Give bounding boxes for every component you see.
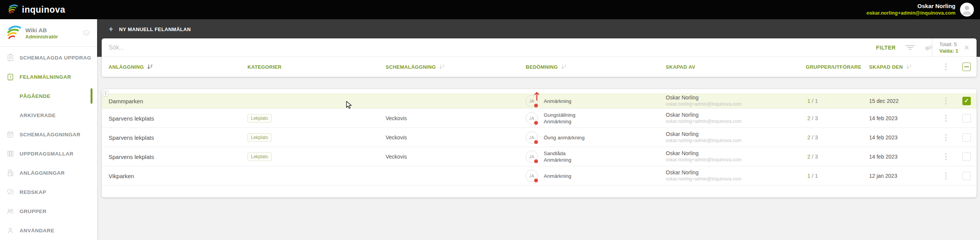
table-row[interactable]: Sparvens lekplatsLekplatsVeckovis JA Gun… <box>102 109 977 128</box>
close-icon[interactable]: ✕ <box>964 43 969 51</box>
row-checkbox[interactable] <box>962 152 971 161</box>
person-icon <box>960 3 974 17</box>
cell-anlaggning: Sparvens lekplats <box>109 115 154 121</box>
row-menu-button[interactable] <box>945 98 947 104</box>
sidebar-item-schemalaggningar[interactable]: SCHEMALÄGGNINGAR <box>0 125 97 144</box>
alert-dot <box>534 159 538 163</box>
column-header-skapad-av[interactable]: SKAPAD AV <box>666 64 695 70</box>
clipboard-list-icon <box>6 53 15 62</box>
cell-bedomning: SandlådaAnmärkning <box>544 150 571 163</box>
category-chip: Lekplats <box>247 114 272 122</box>
active-page-indicator <box>91 88 92 104</box>
table-row[interactable]: Sparvens lekplatsLekplatsVeckovis JA Övr… <box>102 128 977 147</box>
selected-count: 1 <box>955 48 958 54</box>
row-checkbox[interactable] <box>962 133 971 142</box>
row-checkbox[interactable] <box>962 97 971 105</box>
category-chip: Lekplats <box>247 133 272 142</box>
alert-dot <box>534 121 538 125</box>
row-checkbox[interactable] <box>962 114 971 122</box>
user-name: Oskar Norling <box>866 3 955 10</box>
table-row[interactable]: Sparvens lekplatsLekplatsVeckovis JA San… <box>102 147 977 166</box>
sidebar-item-felanmalningar[interactable]: FELANMÄLNINGAR <box>0 67 97 86</box>
total-count: 5 <box>954 41 957 47</box>
cell-skapad-av: Oskar Norling oskar.norling+admin@inquin… <box>666 94 741 108</box>
sort-icon <box>561 64 567 70</box>
search-filter-row: FILTER <box>102 38 977 57</box>
calendar-icon <box>6 130 15 139</box>
header-menu-button[interactable] <box>945 63 947 70</box>
table-row[interactable]: Vikparken JA Anmärkning Oskar Norling os… <box>102 166 977 185</box>
cell-skapad-av: Oskar Norling oskar.norling+admin@inquin… <box>666 169 741 182</box>
cell-skapad-den: 15 dec 2022 <box>869 98 899 104</box>
cell-grupper-utforare: 1/1 <box>807 173 818 179</box>
sidebar-item-anvandare[interactable]: ANVÄNDARE <box>0 221 97 240</box>
search-input[interactable] <box>109 38 723 56</box>
row-checkbox[interactable] <box>962 172 971 180</box>
cell-skapad-den: 14 feb 2023 <box>869 154 898 160</box>
category-chip: Lekplats <box>247 152 272 161</box>
cell-skapad-av: Oskar Norling oskar.norling+admin@inquin… <box>666 112 741 125</box>
organization-header: Wiki AB Administratör <box>0 19 97 47</box>
map-pin-icon <box>6 188 15 196</box>
sidebar-item-redskap[interactable]: REDSKAP <box>0 182 97 202</box>
cell-grupper-utforare: 1/1 <box>807 98 818 104</box>
column-header-schemalaggning[interactable]: SCHEMALÄGGNING <box>386 64 445 70</box>
sort-icon <box>906 64 912 70</box>
cell-grupper-utforare: 2/3 <box>807 115 818 121</box>
cell-schemalaggning: Veckovis <box>386 154 407 160</box>
row-menu-button[interactable] <box>945 172 947 179</box>
status-badge: JA <box>526 95 538 107</box>
trend-up-arrow-icon <box>534 90 540 101</box>
cell-skapad-av: Oskar Norling oskar.norling+admin@inquin… <box>666 131 741 144</box>
sort-icon <box>147 64 153 70</box>
status-badge: JA <box>526 131 538 144</box>
sidebar-item-uppdragsmallar[interactable]: UPPDRAGSMALLAR <box>0 144 97 163</box>
column-header-kategorier[interactable]: KATEGORIER <box>247 64 282 70</box>
column-header-grupper-utforare[interactable]: GRUPPER/UTFÖRARE <box>806 64 861 70</box>
layers-icon[interactable] <box>81 28 91 38</box>
cell-bedomning: GungställningAnmärkning <box>544 112 576 125</box>
avatar[interactable] <box>960 3 974 17</box>
column-header-anlaggning[interactable]: ANLÄGGNING <box>109 64 153 70</box>
column-header-skapad-den[interactable]: SKAPAD DEN <box>869 64 912 70</box>
row-menu-button[interactable] <box>945 115 947 122</box>
row-menu-button[interactable] <box>945 153 947 160</box>
main-content: + NY MANUELL FELANMÄLAN FILTER <box>97 19 980 240</box>
cell-anlaggning: Vikparken <box>109 172 134 179</box>
status-badge: JA <box>526 170 538 182</box>
status-badge: JA <box>526 151 538 163</box>
sidebar-nav: SCHEMALAGDA UPPDRAGFELANMÄLNINGARPÅGÅEND… <box>0 48 97 240</box>
cell-skapad-den: 14 feb 2023 <box>869 115 898 121</box>
sort-icon <box>439 64 445 70</box>
column-header-bedomning[interactable]: BEDÖMNING <box>526 64 567 70</box>
clipboard-alert-icon <box>6 73 15 81</box>
new-manual-felanmalan-button[interactable]: + NY MANUELL FELANMÄLAN <box>109 25 191 33</box>
divider <box>932 38 932 56</box>
filter-button[interactable]: FILTER <box>876 45 896 51</box>
sidebar-item-arkiverade[interactable]: ARKIVERADE <box>0 106 97 125</box>
cell-skapad-den: 14 feb 2023 <box>869 134 898 141</box>
sidebar: Wiki AB Administratör SCHEMALAGDA UPPDRA… <box>0 19 97 240</box>
table-row[interactable]: 1Dammparken JA Anmärkning Oskar Norling … <box>102 93 977 109</box>
sidebar-item-anlaggningar[interactable]: ANLÄGGNINGAR <box>0 163 97 182</box>
row-menu-button[interactable] <box>945 134 947 141</box>
sidebar-item-grupper[interactable]: GRUPPER <box>0 202 97 221</box>
template-columns-icon <box>6 149 15 158</box>
cell-skapad-av: Oskar Norling oskar.norling+admin@inquin… <box>666 150 741 163</box>
users-icon <box>6 207 15 215</box>
alert-dot <box>534 179 538 182</box>
sidebar-item-pagaende[interactable]: PÅGÅENDE <box>0 86 97 106</box>
filter-lines-icon[interactable] <box>905 44 915 51</box>
org-logo-swirl-icon <box>5 25 22 41</box>
table-header-row: ANLÄGGNINGKATEGORIERSCHEMALÄGGNINGBEDÖMN… <box>102 57 977 76</box>
status-badge: JA <box>526 112 538 124</box>
topbar: inquinova Oskar Norling oskar.norling+ad… <box>0 0 980 19</box>
sidebar-item-schemalagda-uppdrag[interactable]: SCHEMALAGDA UPPDRAG <box>0 48 97 67</box>
cell-grupper-utforare: 2/3 <box>807 154 818 160</box>
cell-anlaggning: Sparvens lekplats <box>109 134 154 141</box>
select-all-checkbox[interactable] <box>962 63 971 71</box>
user-menu[interactable]: Oskar Norling oskar.norling+admin@inquin… <box>866 3 974 17</box>
alert-dot <box>534 104 538 108</box>
logo-swirl-icon <box>7 4 18 15</box>
results-card: 1Dammparken JA Anmärkning Oskar Norling … <box>102 89 977 197</box>
